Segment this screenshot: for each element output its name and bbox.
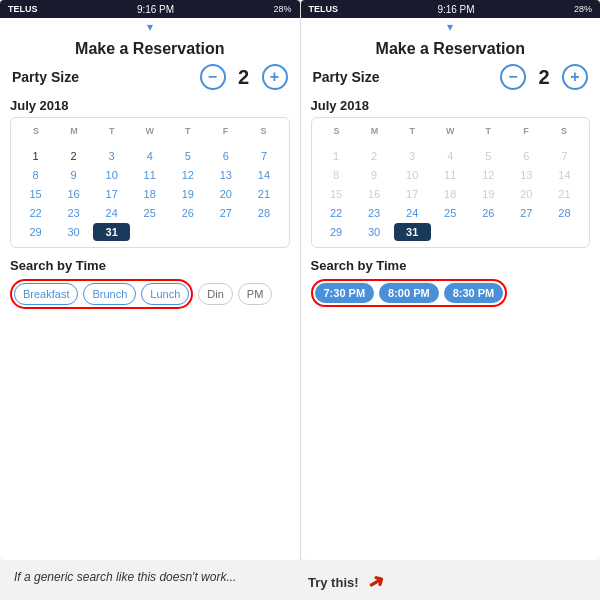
right-tag-730pm[interactable]: 7:30 PM xyxy=(315,283,375,303)
cal-day[interactable]: 13 xyxy=(508,166,545,184)
cal-day[interactable]: 15 xyxy=(17,185,54,203)
cal-day[interactable]: 10 xyxy=(394,166,431,184)
cal-day[interactable]: 18 xyxy=(432,185,469,203)
cal-day[interactable]: 6 xyxy=(508,147,545,165)
cal-day[interactable]: 8 xyxy=(318,166,355,184)
left-calendar-month: July 2018 xyxy=(10,98,290,113)
cal-day[interactable]: 17 xyxy=(93,185,130,203)
cal-day[interactable] xyxy=(207,140,244,146)
cal-day[interactable]: 29 xyxy=(318,223,355,241)
right-battery: 28% xyxy=(574,4,592,14)
left-tag-din[interactable]: Din xyxy=(198,283,233,305)
cal-day[interactable]: 23 xyxy=(356,204,393,222)
cal-day[interactable]: 9 xyxy=(356,166,393,184)
cal-day[interactable]: 13 xyxy=(207,166,244,184)
left-col-f: F xyxy=(207,124,245,138)
left-party-size-label: Party Size xyxy=(12,69,190,85)
cal-day[interactable]: 21 xyxy=(546,185,583,203)
cal-day[interactable]: 25 xyxy=(432,204,469,222)
cal-day[interactable]: 19 xyxy=(169,185,206,203)
cal-day[interactable]: 7 xyxy=(546,147,583,165)
cal-day[interactable]: 5 xyxy=(470,147,507,165)
cal-day[interactable]: 20 xyxy=(207,185,244,203)
left-minus-button[interactable]: − xyxy=(200,64,226,90)
cal-day[interactable]: 1 xyxy=(17,147,54,165)
cal-day[interactable]: 26 xyxy=(470,204,507,222)
cal-day[interactable]: 2 xyxy=(55,147,92,165)
cal-day[interactable]: 27 xyxy=(207,204,244,222)
left-tag-breakfast[interactable]: Breakfast xyxy=(14,283,78,305)
cal-day[interactable]: 2 xyxy=(356,147,393,165)
cal-day[interactable]: 4 xyxy=(432,147,469,165)
cal-day[interactable] xyxy=(131,140,168,146)
cal-day[interactable]: 1 xyxy=(318,147,355,165)
cal-day[interactable]: 14 xyxy=(546,166,583,184)
cal-day[interactable]: 4 xyxy=(131,147,168,165)
cal-day[interactable]: 12 xyxy=(470,166,507,184)
cal-day[interactable] xyxy=(93,140,130,146)
cal-day[interactable]: 15 xyxy=(318,185,355,203)
cal-day[interactable]: 16 xyxy=(356,185,393,203)
cal-day[interactable]: 22 xyxy=(318,204,355,222)
left-tag-pm[interactable]: PM xyxy=(238,283,273,305)
right-plus-button[interactable]: + xyxy=(562,64,588,90)
left-battery: 28% xyxy=(273,4,291,14)
right-page-title: Make a Reservation xyxy=(301,36,601,60)
right-tag-800pm[interactable]: 8:00 PM xyxy=(379,283,439,303)
cal-day[interactable]: 26 xyxy=(169,204,206,222)
cal-day[interactable]: 6 xyxy=(207,147,244,165)
right-col-t2: T xyxy=(469,124,507,138)
left-page-title: Make a Reservation xyxy=(0,36,300,60)
left-party-size-row: Party Size − 2 + xyxy=(0,60,300,94)
cal-day[interactable]: 24 xyxy=(394,204,431,222)
cal-day[interactable]: 19 xyxy=(470,185,507,203)
cal-day[interactable]: 22 xyxy=(17,204,54,222)
left-calendar-section: July 2018 S M T W T F S xyxy=(0,94,300,252)
left-tag-lunch[interactable]: Lunch xyxy=(141,283,189,305)
left-col-w: W xyxy=(131,124,169,138)
cal-day[interactable]: 27 xyxy=(508,204,545,222)
cal-day[interactable]: 3 xyxy=(93,147,130,165)
cal-day[interactable]: 18 xyxy=(131,185,168,203)
cal-day[interactable]: 5 xyxy=(169,147,206,165)
cal-day[interactable]: 14 xyxy=(245,166,282,184)
cal-day[interactable]: 21 xyxy=(245,185,282,203)
cal-day[interactable] xyxy=(17,140,54,146)
right-party-controls: − 2 + xyxy=(500,64,588,90)
cal-day[interactable]: 3 xyxy=(394,147,431,165)
annotation-right: Try this! ➜ xyxy=(292,570,586,594)
cal-day[interactable]: 20 xyxy=(508,185,545,203)
cal-day[interactable]: 30 xyxy=(356,223,393,241)
cal-day[interactable]: 10 xyxy=(93,166,130,184)
cal-day-selected[interactable]: 31 xyxy=(93,223,130,241)
cal-day[interactable]: 12 xyxy=(169,166,206,184)
cal-day-selected[interactable]: 31 xyxy=(394,223,431,241)
cal-day[interactable]: 28 xyxy=(245,204,282,222)
cal-day[interactable] xyxy=(55,140,92,146)
cal-day[interactable]: 9 xyxy=(55,166,92,184)
cal-day[interactable]: 29 xyxy=(17,223,54,241)
cal-day[interactable]: 11 xyxy=(432,166,469,184)
cal-day[interactable]: 25 xyxy=(131,204,168,222)
cal-day[interactable] xyxy=(169,140,206,146)
cal-day[interactable]: 23 xyxy=(55,204,92,222)
left-tag-brunch[interactable]: Brunch xyxy=(83,283,136,305)
cal-day[interactable] xyxy=(245,140,282,146)
left-col-s1: S xyxy=(17,124,55,138)
right-search-time-label: Search by Time xyxy=(311,258,591,273)
cal-day[interactable]: 11 xyxy=(131,166,168,184)
cal-day[interactable]: 8 xyxy=(17,166,54,184)
cal-day[interactable]: 28 xyxy=(546,204,583,222)
right-chevron: ▾ xyxy=(301,18,601,36)
cal-day[interactable]: 17 xyxy=(394,185,431,203)
cal-day[interactable]: 30 xyxy=(55,223,92,241)
right-tag-830pm[interactable]: 8:30 PM xyxy=(444,283,504,303)
cal-day[interactable]: 7 xyxy=(245,147,282,165)
cal-day xyxy=(546,223,583,241)
annotation-left: If a generic search like this doesn't wo… xyxy=(14,570,292,584)
cal-day[interactable]: 24 xyxy=(93,204,130,222)
cal-day[interactable]: 16 xyxy=(55,185,92,203)
left-plus-button[interactable]: + xyxy=(262,64,288,90)
cal-day xyxy=(169,223,206,241)
right-minus-button[interactable]: − xyxy=(500,64,526,90)
